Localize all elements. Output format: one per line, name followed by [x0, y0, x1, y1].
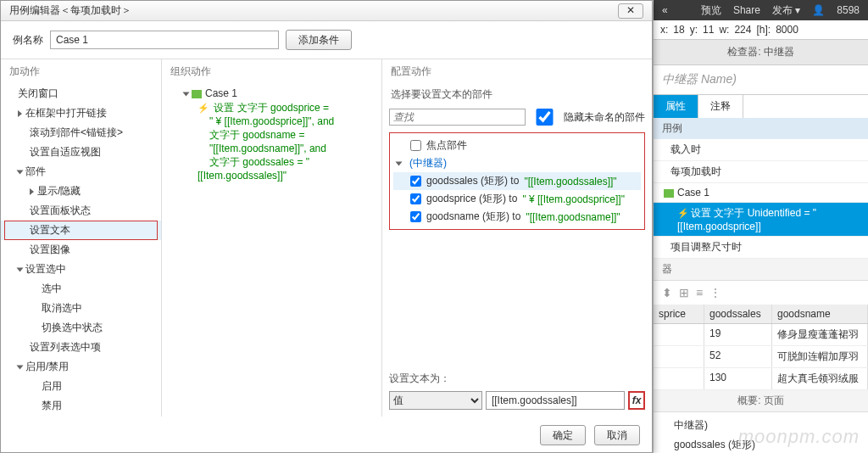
align-left-icon: ⬍ [662, 286, 672, 299]
coords-bar: x:18 y:11 w:224 [h]:8000 [654, 20, 868, 40]
action-tree-item[interactable]: 设置选中 [1, 260, 161, 279]
event-resize[interactable]: 项目调整尺寸时 [654, 237, 868, 259]
expand-icon[interactable] [183, 92, 190, 96]
event-itemload[interactable]: 每项加载时 [654, 161, 868, 183]
col-header-add-action: 加动作 [1, 59, 162, 84]
widget-checkbox[interactable] [410, 211, 421, 222]
add-condition-button[interactable]: 添加条件 [286, 30, 352, 50]
action-tree-item[interactable]: 启用 [1, 377, 161, 396]
expand-icon[interactable] [17, 170, 24, 174]
expand-icon[interactable] [30, 188, 34, 195]
dialog-titlebar: 用例编辑器＜每项加载时＞ ✕ [1, 1, 652, 21]
focus-widget-row[interactable]: 焦点部件 [393, 137, 641, 154]
bolt-icon [198, 101, 208, 111]
action-tree-item[interactable]: 设置图像 [1, 240, 161, 260]
share-button[interactable]: Share [733, 4, 760, 16]
action-item[interactable]: 设置 文字于 Unidentified = "[[Item.goodsprice… [654, 203, 868, 237]
tab-notes[interactable]: 注释 [698, 95, 743, 118]
hide-unnamed-checkbox[interactable] [531, 109, 559, 126]
expand-icon[interactable] [17, 365, 24, 369]
publish-button[interactable]: 发布 ▾ [772, 3, 800, 18]
action-tree-item[interactable]: 切换选中状态 [1, 318, 161, 338]
action-tree-item[interactable]: 移动 [1, 416, 161, 417]
widget-checkbox[interactable] [410, 176, 421, 187]
filter-icon: ⋮ [709, 286, 721, 299]
fx-button[interactable]: fx [628, 391, 645, 410]
cancel-button[interactable]: 取消 [594, 425, 640, 445]
outline-tree: 中继器) goodssales (矩形) goodsprice (矩形) goo… [654, 412, 868, 453]
th-sprice[interactable]: sprice [654, 305, 704, 323]
action-tree-item[interactable]: 关闭窗口 [1, 84, 161, 103]
case-name-input[interactable] [50, 31, 279, 49]
arrow-left-icon[interactable]: « [662, 4, 668, 16]
bolt-icon [677, 207, 687, 217]
action-tree-item[interactable]: 启用/禁用 [1, 357, 161, 377]
outline-repeater[interactable]: 中继器) [662, 416, 860, 435]
outline-item[interactable]: goodssales (矩形) [662, 435, 860, 453]
action-tree-item[interactable]: 取消选中 [1, 299, 161, 318]
widget-checkbox[interactable] [410, 193, 421, 204]
ok-button[interactable]: 确定 [540, 425, 586, 445]
case-icon [192, 90, 202, 98]
inspector-tabs: 属性 注释 [654, 95, 868, 118]
col-header-organize: 组织动作 [162, 59, 382, 84]
preview-button[interactable]: 预览 [701, 3, 721, 18]
action-tree-item[interactable]: 设置列表选中项 [1, 338, 161, 357]
th-goodsname[interactable]: goodsname [772, 305, 868, 323]
case-node[interactable]: Case 1 [169, 87, 375, 99]
tab-properties[interactable]: 属性 [654, 95, 698, 118]
widget-row[interactable]: goodsprice (矩形) to " ¥ [[Item.goodsprice… [393, 190, 641, 208]
repeater-toolbar[interactable]: ⬍⊞≡⋮ [654, 281, 868, 305]
action-tree-item[interactable]: 滚动到部件<锚链接> [1, 123, 161, 143]
organize-column: Case 1 设置 文字于 goodsprice = " ¥ [[Item.go… [162, 84, 382, 417]
expand-icon[interactable] [18, 110, 22, 117]
case-icon [664, 189, 674, 198]
expression-input[interactable] [486, 391, 625, 410]
close-button[interactable]: ✕ [618, 3, 643, 19]
focus-checkbox[interactable] [410, 140, 421, 151]
actions-tree: 关闭窗口在框架中打开链接滚动到部件<锚链接>设置自适应视图部件显示/隐藏设置面板… [1, 84, 162, 417]
widget-name-field[interactable]: 中继器 Name) [654, 65, 868, 95]
case-editor-dialog: 用例编辑器＜每项加载时＞ ✕ 例名称 添加条件 加动作 组织动作 配置动作 关闭… [0, 0, 653, 453]
expand-icon[interactable] [17, 267, 24, 271]
search-input[interactable] [389, 109, 526, 126]
data-table: sprice goodssales goodsname 19修身显瘦蓬蓬裙羽 5… [654, 305, 868, 390]
section-usecase: 用例 [654, 118, 868, 139]
widget-tree: 焦点部件 (中继器) goodssales (矩形) to "[[Item.go… [389, 132, 645, 230]
action-node[interactable]: 设置 文字于 goodsprice = " ¥ [[Item.goodspric… [169, 99, 375, 182]
outline-header: 概要: 页面 [654, 390, 868, 412]
config-heading: 选择要设置文本的部件 [382, 84, 652, 105]
value-type-select[interactable]: 值 [389, 391, 482, 410]
action-tree-item[interactable]: 显示/隐藏 [1, 182, 161, 201]
action-tree-item[interactable]: 在框架中打开链接 [1, 103, 161, 123]
widget-row[interactable]: goodsname (矩形) to "[[Item.goodsname]]" [393, 208, 641, 226]
set-text-section: 设置文本为： 值 fx [382, 365, 652, 417]
inspector-panel: « 预览 Share 发布 ▾ 👤 8598 x:18 y:11 w:224 [… [653, 0, 868, 453]
action-tree-item[interactable]: 设置自适应视图 [1, 143, 161, 162]
action-tree-item[interactable]: 设置面板状态 [1, 201, 161, 221]
inspector-title: 检查器: 中继器 [654, 40, 868, 65]
case-name-label: 例名称 [13, 33, 43, 48]
dialog-title: 用例编辑器＜每项加载时＞ [9, 3, 131, 18]
col-header-configure: 配置动作 [382, 59, 652, 84]
user-icon: 👤 [812, 4, 825, 16]
user-count: 8598 [837, 4, 860, 16]
grid-icon: ⊞ [679, 286, 689, 299]
action-tree-item[interactable]: 禁用 [1, 396, 161, 416]
app-toolbar: « 预览 Share 发布 ▾ 👤 8598 [654, 0, 868, 20]
section-repeater: 器 [654, 259, 868, 281]
set-text-label: 设置文本为： [389, 372, 645, 386]
expand-icon[interactable] [396, 161, 403, 165]
case-item[interactable]: Case 1 [654, 183, 868, 203]
hide-unnamed-label: 隐藏未命名的部件 [564, 110, 645, 125]
repeater-node[interactable]: (中继器) [393, 154, 641, 172]
th-goodssales[interactable]: goodssales [704, 305, 772, 323]
configure-column: 选择要设置文本的部件 隐藏未命名的部件 焦点部件 (中继器) goodssale… [382, 84, 652, 417]
action-tree-item[interactable]: 部件 [1, 162, 161, 182]
widget-row[interactable]: goodssales (矩形) to "[[Item.goodssales]]" [393, 172, 641, 190]
action-tree-item[interactable]: 设置文本 [1, 221, 161, 240]
sort-icon: ≡ [696, 286, 703, 299]
event-onload[interactable]: 载入时 [654, 139, 868, 161]
action-tree-item[interactable]: 选中 [1, 279, 161, 299]
